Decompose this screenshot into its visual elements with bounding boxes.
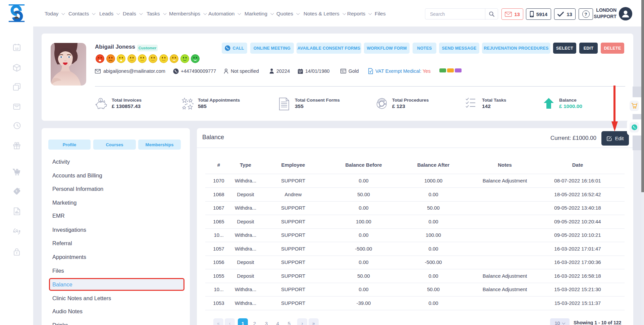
svg-text:12: 12	[15, 47, 19, 50]
